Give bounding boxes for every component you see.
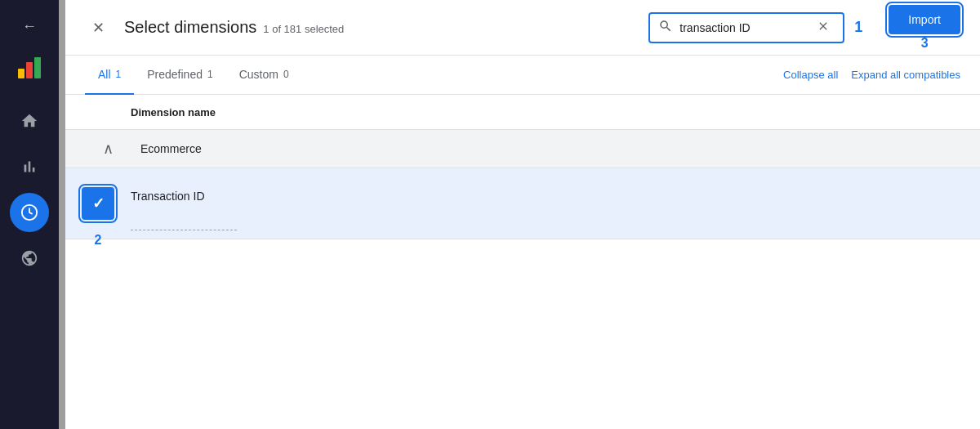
tab-custom[interactable]: Custom 0	[226, 56, 302, 95]
svg-rect-2	[34, 57, 41, 78]
explore-icon	[20, 249, 38, 267]
sidebar-back-button[interactable]: ←	[13, 10, 46, 42]
main-content: ✕ Select dimensions 1 of 181 selected	[65, 0, 980, 429]
import-section: Import 3	[889, 5, 960, 51]
search-box[interactable]	[648, 12, 844, 43]
back-icon: ←	[22, 18, 37, 35]
table-header: Dimension name	[65, 95, 980, 130]
left-strip	[59, 0, 65, 429]
svg-rect-0	[18, 69, 24, 78]
tab-custom-label: Custom	[239, 68, 278, 81]
checkmark-icon: ✓	[92, 196, 105, 211]
table-row: ✓ 2 Transaction ID	[65, 168, 980, 239]
logo-icon	[16, 54, 42, 80]
search-input[interactable]	[679, 21, 810, 34]
sidebar-item-home[interactable]	[10, 101, 49, 141]
import-button[interactable]: Import	[889, 5, 960, 34]
dimension-description	[131, 218, 237, 230]
tab-all[interactable]: All 1	[85, 56, 134, 95]
collapse-chevron-icon: ∧	[103, 140, 114, 158]
dimension-cell: Transaction ID	[131, 168, 980, 239]
logo	[15, 52, 44, 82]
tabs-row: All 1 Predefined 1 Custom 0 Collapse all…	[65, 56, 980, 95]
tab-custom-count: 0	[283, 69, 289, 80]
home-icon	[20, 112, 38, 130]
column-header-dimension-name: Dimension name	[131, 106, 216, 118]
sidebar-item-explore[interactable]	[10, 239, 49, 278]
tab-all-count: 1	[116, 69, 122, 80]
table-area: Dimension name ∧ Ecommerce ✓ 2 Transacti…	[65, 95, 980, 429]
svg-rect-1	[26, 62, 33, 78]
page-title: Select dimensions	[124, 18, 256, 37]
selection-count: 1 of 181 selected	[263, 23, 344, 35]
tab-all-label: All	[98, 68, 111, 81]
close-button[interactable]: ✕	[85, 15, 111, 41]
tab-predefined[interactable]: Predefined 1	[134, 56, 225, 95]
step-2-badge: 2	[95, 233, 102, 248]
checkbox-cell: ✓ 2	[65, 174, 131, 233]
title-section: Select dimensions 1 of 181 selected	[124, 18, 344, 37]
tab-predefined-label: Predefined	[147, 68, 203, 81]
close-icon: ✕	[92, 19, 105, 37]
transaction-id-checkbox[interactable]: ✓	[82, 187, 114, 220]
analytics-icon	[20, 158, 38, 176]
category-row-ecommerce[interactable]: ∧ Ecommerce	[65, 130, 980, 168]
collapse-all-button[interactable]: Collapse all	[783, 69, 838, 81]
clear-search-button[interactable]	[817, 20, 830, 36]
reports-icon	[20, 203, 38, 221]
category-name: Ecommerce	[140, 142, 202, 155]
search-icon	[658, 19, 673, 37]
expand-all-button[interactable]: Expand all compatibles	[851, 69, 960, 81]
dimension-name: Transaction ID	[131, 177, 980, 216]
top-bar: ✕ Select dimensions 1 of 181 selected	[65, 0, 980, 56]
sidebar-item-analytics[interactable]	[10, 147, 49, 186]
step-3-badge: 3	[921, 36, 929, 51]
sidebar-item-reports[interactable]	[10, 193, 49, 232]
step-1-badge: 1	[854, 19, 862, 36]
tab-predefined-count: 1	[207, 69, 213, 80]
search-area: 1	[648, 12, 862, 43]
sidebar: ←	[0, 0, 59, 429]
